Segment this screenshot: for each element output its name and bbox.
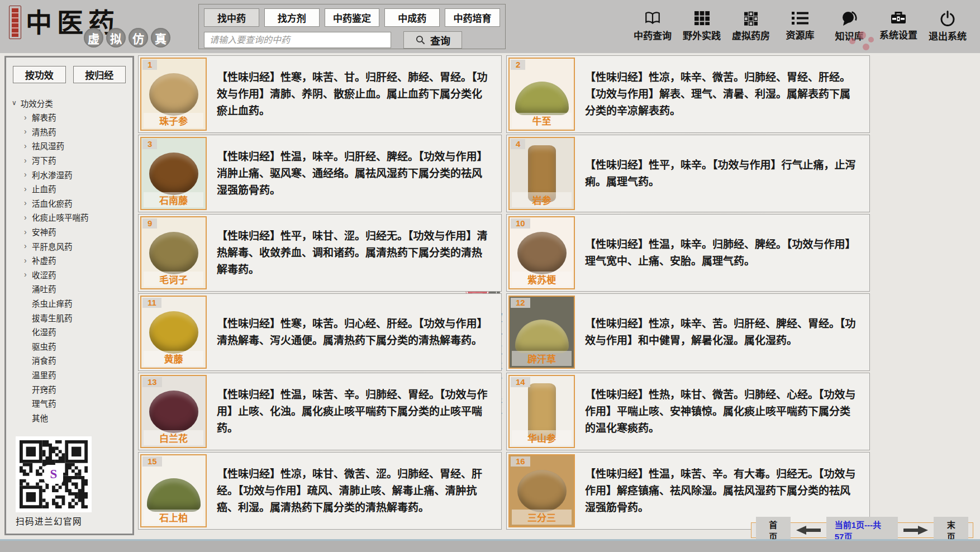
tree-item-label: 解表药 xyxy=(32,111,56,123)
nav-virtual-pharmacy[interactable]: 虚拟药房 xyxy=(726,11,776,42)
tree-item-label: 清热药 xyxy=(32,126,56,137)
herb-number: 4 xyxy=(511,139,525,149)
herb-card[interactable]: 4 岩参 【性味归经】性平，味辛。【功效与作用】行气止痛，止泻痢。属理气药。 xyxy=(506,135,870,212)
search-input[interactable] xyxy=(204,32,391,48)
chevron-right-icon: › xyxy=(24,141,32,150)
sidebar-tree-item[interactable]: ›活血化瘀药 xyxy=(12,196,132,211)
main-area: 按功效 按归经 ∨ 功效分类 ›解表药›清热药›祛风湿药›泻下药›利水渗湿药›止… xyxy=(0,53,980,539)
tree-item-label: 理气药 xyxy=(32,397,56,409)
herb-number: 3 xyxy=(142,139,157,149)
search-button[interactable]: 查询 xyxy=(403,31,462,49)
sidebar-tree-item[interactable]: 杀虫止痒药 xyxy=(12,296,132,311)
sidebar-tree-item[interactable]: ›化痰止咳平喘药 xyxy=(12,210,132,225)
tree-item-label: 活血化瘀药 xyxy=(32,197,73,209)
herb-photo: 15 石上柏 xyxy=(140,454,207,527)
sidebar-tree-item[interactable]: 消食药 xyxy=(12,353,132,368)
filter-by-meridian-button[interactable]: 按归经 xyxy=(73,66,126,83)
herb-name: 华山参 xyxy=(512,430,572,445)
sidebar-tree-item[interactable]: ›补虚药 xyxy=(12,253,132,268)
subtitle-char: 拟 xyxy=(106,28,126,47)
sidebar-tree-item[interactable]: 开窍药 xyxy=(12,382,132,396)
sidebar-tree-item[interactable]: 化湿药 xyxy=(12,325,132,339)
herb-card[interactable]: 3 石南藤 【性味归经】性温，味辛。归肝经、脾经。【功效与作用】消肿止痛、驱风寒… xyxy=(138,135,502,212)
tree-item-label: 止血药 xyxy=(32,183,56,194)
grid-icon xyxy=(694,11,710,26)
sidebar-tree-item[interactable]: 温里药 xyxy=(12,368,132,382)
search-tabs: 找中药 找方剂 中药鉴定 中成药 中药培育 xyxy=(204,8,500,27)
sidebar-tree-item[interactable]: 拔毒生肌药 xyxy=(12,310,132,325)
tab-herb-identify[interactable]: 中药鉴定 xyxy=(325,8,380,27)
tree-item-label: 消食药 xyxy=(32,354,56,366)
nav-resource-library[interactable]: 资源库 xyxy=(776,11,825,42)
tab-find-herb[interactable]: 找中药 xyxy=(204,8,259,27)
herb-photo: 4 岩参 xyxy=(508,137,575,210)
herb-card[interactable]: 1 珠子参 【性味归经】性寒，味苦、甘。归肝经、肺经、胃经。【功效与作用】清肺、… xyxy=(138,55,502,133)
chevron-right-icon: › xyxy=(24,227,32,236)
herb-number: 9 xyxy=(142,218,157,229)
nav-herb-query[interactable]: 中药查询 xyxy=(628,11,677,42)
herb-card[interactable]: 9 毛诃子 【性味归经】性平，味甘、涩。归经无。【功效与作用】清热解毒、收敛养血… xyxy=(138,214,502,292)
book-icon xyxy=(644,11,661,26)
herb-description: 【性味归经】性热，味甘、微苦。归肺经、心经。【功效与作用】平喘止咳、安神镇惊。属… xyxy=(577,373,869,450)
tree-item-label: 祛风湿药 xyxy=(32,140,64,151)
tab-patent-medicine[interactable]: 中成药 xyxy=(384,8,440,27)
sidebar-tree-item[interactable]: ›平肝息风药 xyxy=(12,239,132,253)
herb-number: 10 xyxy=(511,218,530,229)
sidebar-tree-item[interactable]: ›清热药 xyxy=(12,125,132,139)
knowledge-icon xyxy=(841,11,858,26)
herb-photo-blob xyxy=(149,311,198,354)
herb-description: 【性味归经】性凉，味辛、苦。归肝经、脾经、胃经。【功效与作用】和中健胃，解暑化湿… xyxy=(577,294,869,370)
herb-card[interactable]: 13 白兰花 【性味归经】性温，味苦、辛。归肺经、胃经。【功效与作用】止咳、化浊… xyxy=(138,373,502,450)
nav-system-settings[interactable]: 系统设置 xyxy=(874,11,923,42)
herb-number: 13 xyxy=(142,377,162,387)
herb-card[interactable]: 16 三分三 【性味归经】性温，味苦、辛。有大毒。归经无。【功效与作用】解痉镇痛… xyxy=(506,452,870,530)
tree-root-effect-category[interactable]: ∨ 功效分类 xyxy=(12,96,132,110)
tree-item-label: 杀虫止痒药 xyxy=(32,297,73,309)
tab-find-formula[interactable]: 找方剂 xyxy=(264,8,320,27)
herb-card[interactable]: 14 华山参 【性味归经】性热，味甘、微苦。归肺经、心经。【功效与作用】平喘止咳… xyxy=(506,373,870,450)
chevron-down-icon: ∨ xyxy=(12,99,17,107)
sidebar-tree-item[interactable]: 其他 xyxy=(12,410,132,425)
sidebar-tree-item[interactable]: ›解表药 xyxy=(12,110,132,125)
tree-item-label: 利水渗湿药 xyxy=(32,169,73,180)
top-header: 中医药 虚 拟 仿 真 找中药 找方剂 中药鉴定 中成药 中药培育 查询 中药查… xyxy=(0,0,980,53)
category-sidebar: 按功效 按归经 ∨ 功效分类 ›解表药›清热药›祛风湿药›泻下药›利水渗湿药›止… xyxy=(4,56,134,535)
sidebar-tree-item[interactable]: 理气药 xyxy=(12,396,132,411)
herb-description: 【性味归经】性平，味辛。【功效与作用】行气止痛，止泻痢。属理气药。 xyxy=(577,135,869,212)
resources-icon xyxy=(792,11,808,25)
herb-card[interactable]: 10 紫苏梗 【性味归经】性温，味辛。归肺经、脾经。【功效与作用】理气宽中、止痛… xyxy=(506,214,870,292)
filter-by-effect-button[interactable]: 按功效 xyxy=(13,66,66,83)
herb-card[interactable]: 12 辟汗草 【性味归经】性凉，味辛、苦。归肝经、脾经、胃经。【功效与作用】和中… xyxy=(506,293,870,371)
nav-exit-system[interactable]: 退出系统 xyxy=(923,11,972,42)
herb-name: 辟汗草 xyxy=(512,351,572,366)
herb-card[interactable]: 2 牛至 【性味归经】性凉，味辛、微苦。归肺经、胃经、肝经。【功效与作用】解表、… xyxy=(506,55,870,133)
tree-item-label: 收涩药 xyxy=(32,269,56,280)
sidebar-tree-item[interactable]: ›泻下药 xyxy=(12,153,132,168)
herb-card[interactable]: 15 石上柏 【性味归经】性凉，味甘、微苦、涩。归肺经、胃经、肝经。【功效与作用… xyxy=(138,452,502,530)
herb-photo-blob xyxy=(147,478,201,512)
herb-number: 14 xyxy=(511,377,530,387)
tree-item-label: 补虚药 xyxy=(32,254,56,266)
subtitle-char: 虚 xyxy=(84,28,103,47)
nav-knowledge-base[interactable]: 知识库 xyxy=(825,11,874,42)
tab-herb-cultivation[interactable]: 中药培育 xyxy=(445,8,500,27)
effect-tree-items: ›解表药›清热药›祛风湿药›泻下药›利水渗湿药›止血药›活血化瘀药›化痰止咳平喘… xyxy=(12,110,132,425)
sidebar-tree-item[interactable]: ›祛风湿药 xyxy=(12,139,132,153)
herb-photo-blob xyxy=(149,232,198,274)
sidebar-tree-item[interactable]: ›安神药 xyxy=(12,225,132,239)
herb-name: 紫苏梗 xyxy=(512,272,572,287)
tree-item-label: 拔毒生肌药 xyxy=(32,312,73,323)
tree-item-label: 平肝息风药 xyxy=(32,240,73,252)
chevron-right-icon: › xyxy=(24,113,32,122)
herb-card[interactable]: 11 黄藤 【性味归经】性寒，味苦。归心经、肝经。【功效与作用】清热解毒、泻火通… xyxy=(138,293,502,371)
nav-field-practice[interactable]: 野外实践 xyxy=(677,11,726,42)
sidebar-tree-item[interactable]: ›止血药 xyxy=(12,182,132,196)
prev-page-arrow[interactable] xyxy=(796,526,821,535)
sidebar-tree-item[interactable]: 驱虫药 xyxy=(12,339,132,354)
sidebar-tree-item[interactable]: ›利水渗湿药 xyxy=(12,167,132,182)
next-page-arrow[interactable] xyxy=(903,526,928,535)
herb-photo-blob xyxy=(149,391,198,433)
arrow-left-icon xyxy=(796,526,821,535)
sidebar-tree-item[interactable]: ›收涩药 xyxy=(12,268,132,282)
sidebar-tree-item[interactable]: 涌吐药 xyxy=(12,282,132,296)
